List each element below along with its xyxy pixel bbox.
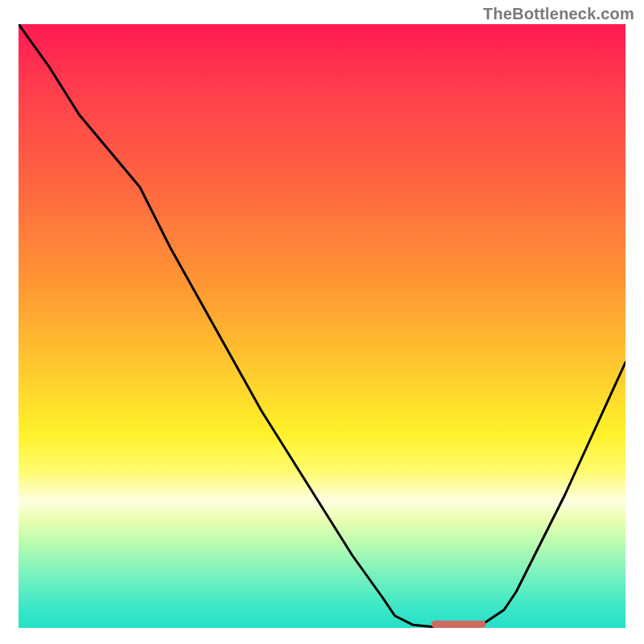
optimal-range-marker bbox=[431, 621, 486, 628]
plot-area bbox=[19, 24, 625, 628]
plot-svg bbox=[19, 24, 625, 628]
watermark-text: TheBottleneck.com bbox=[483, 5, 634, 23]
bottleneck-curve bbox=[19, 24, 625, 628]
chart-container: TheBottleneck.com bbox=[0, 0, 644, 644]
